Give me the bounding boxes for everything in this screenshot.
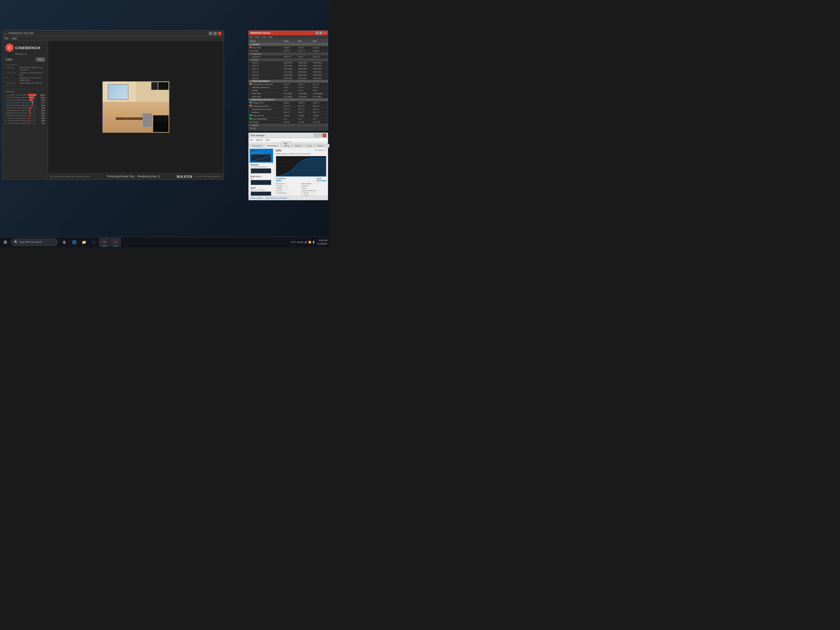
taskman-menu-file[interactable]: File xyxy=(249,139,253,141)
close-btn[interactable]: ✕ xyxy=(218,32,221,35)
taskbar-app-explorer[interactable]: 📁 xyxy=(79,238,88,247)
cinebench-menubar: File Help xyxy=(3,36,224,41)
taskbar-app-cinebench[interactable]: CB xyxy=(99,238,110,247)
tab-processes[interactable]: Processes xyxy=(249,144,264,147)
row-gpu-voltage: Voltages GPU 0.862 V 0.000 V 0.887 V xyxy=(249,101,328,104)
stat-processes: 141 xyxy=(286,183,289,185)
hwinfo-table-wrapper[interactable]: Sensor Value Min Max ▶ Sensors CPU VDD xyxy=(249,39,328,131)
rank-item-12: 12. 2C/4T @ 3.3 GHz, Intel Core i5 641 xyxy=(5,122,45,124)
tab-apphistory[interactable]: App history xyxy=(281,142,292,147)
tab-performance[interactable]: Performance xyxy=(264,144,281,147)
row-activity: Activity 0.1 % 0.0 % 8.2 % xyxy=(249,89,328,92)
minimize-btn[interactable]: ─ xyxy=(209,32,212,35)
gpu-temp-icon xyxy=(249,105,252,107)
row-utilization: Utilization Space I/O 4.5 % 4.3 % 4.5 % xyxy=(249,86,328,89)
maximize-btn[interactable]: □ xyxy=(213,32,217,35)
cinebench-statusbar: ■ Linear Score System ■ Optional System … xyxy=(48,173,224,179)
hwinfo-menu-tools[interactable]: Tools xyxy=(262,36,266,38)
sensor-cpuvdd: CPU VDD xyxy=(249,46,283,49)
row-soc-vdd: SoC VDD 20.78 A 16.71 A 23.90 A xyxy=(249,49,328,52)
rank-item-11: 11. 4C @ 3.5 GHz, Intel Core i5 1088 xyxy=(5,120,45,122)
menu-file[interactable]: File xyxy=(5,37,8,40)
perf-wifi-item[interactable]: Wi-Fi 90.6 1.4-0 0 Kbps xyxy=(249,186,273,196)
open-resource-link[interactable]: Open Resource Monitor xyxy=(265,197,287,199)
col-min: Min xyxy=(297,39,312,43)
hwinfo-close[interactable]: ✕ xyxy=(323,32,326,35)
taskbar-app-hwinfo[interactable]: HW xyxy=(110,238,121,247)
rank-item-6: 6. 12C/24T @ 2.7 GHz, Intel Xeon 3225 xyxy=(5,107,45,109)
perf-disk-item[interactable]: Disk 0 (C:) 0% xyxy=(249,174,273,186)
taskman-menu-options[interactable]: Options xyxy=(256,139,263,141)
hwinfo-menu-view[interactable]: View xyxy=(255,36,259,38)
taskman-minimize[interactable]: ─ xyxy=(314,134,317,137)
util-label: % Utilization xyxy=(276,178,286,179)
row-gpu-ambient: Ambient 31.0 °C 30.0 °C 32.0 °C xyxy=(249,111,328,114)
taskmanager-window: Task Manager ─ □ ✕ File Options View Pro… xyxy=(248,133,328,199)
taskbar-weather: Sunny xyxy=(297,241,303,243)
speed-val: 4.14 GHz xyxy=(317,179,326,182)
tab-users[interactable]: Users xyxy=(305,144,314,147)
search-box[interactable]: 🔍 Type here to search xyxy=(11,238,58,246)
score-label: ■ xyxy=(51,175,52,178)
cpu-mini-svg xyxy=(251,155,271,162)
cb-release: Release 20 xyxy=(15,53,45,55)
rank-item-3: 3. 4C #2 @ 3.6 GHz, AMD Ryzen 8270 xyxy=(5,99,45,101)
col-sensor: Sensor xyxy=(249,39,283,43)
sysinfo-cores: Core # GHz 6 Cores, 12 Threads @ 3.5 GHz xyxy=(5,71,45,76)
taskbar-app-edge[interactable]: 🌐 xyxy=(69,238,79,247)
rank-item-highlight: 4. 6C/12T @ 3.6 GHz, AMD Ryzen 5 4732 xyxy=(5,102,45,104)
perf-memory-item[interactable]: Memory 14.0/31.8 GB (93%) xyxy=(249,163,273,174)
taskbar-time: 8:06 AM xyxy=(317,239,327,242)
taskbar-network-icon[interactable]: 📶 xyxy=(308,241,311,243)
sensor-icon-red xyxy=(249,46,252,48)
maxon-logo: MAXON xyxy=(177,174,193,178)
cb-progress-text: Performing Render Test ... Rendering (Pa… xyxy=(90,175,177,178)
taskman-left-panel: CPU 100% 4.14 GHz Memory 14.0/31.8 GB (9… xyxy=(249,148,274,196)
tab-services[interactable]: Services xyxy=(326,144,329,147)
tab-details[interactable]: Details xyxy=(315,144,325,147)
search-placeholder: Type here to search xyxy=(19,241,42,243)
maxon-tagline: 3D FOR THE REAL WORLD xyxy=(195,175,221,178)
fewer-details-link[interactable]: Fewer details xyxy=(250,197,262,199)
perf-cpu-item[interactable]: CPU 100% 4.14 GHz xyxy=(249,149,273,163)
menu-help[interactable]: Help xyxy=(11,37,17,40)
section-team: ▶ TEAM TMFERB001T xyxy=(249,80,328,83)
taskman-maximize[interactable]: □ xyxy=(318,134,322,137)
taskbar-app-1[interactable]: 🗑 xyxy=(60,238,69,247)
taskman-stats: Processes: 141 Base speed: 3.50 GHz Thre… xyxy=(276,183,326,196)
hwinfo-menu-file[interactable]: File xyxy=(249,36,253,38)
hwinfo-window: HWiNFO64 Sensor ─ □ ✕ File View Tools He… xyxy=(248,30,328,131)
taskman-menu-view[interactable]: View xyxy=(265,139,270,141)
start-button[interactable]: ⊞ xyxy=(0,237,10,247)
search-icon: 🔍 xyxy=(14,240,18,244)
taskman-cpu-title: CPU xyxy=(276,149,310,152)
row-write-rate: Write Rate 0.04 MB/s 0.00 MB/s 0.07 MB/s xyxy=(249,95,328,98)
hwinfo-menu-help[interactable]: Help xyxy=(268,36,273,38)
cinebench-main: ■ Linear Score System ■ Optional System … xyxy=(48,41,224,179)
cinebench-title: CINEBENCH R20.060 xyxy=(8,32,34,35)
cb-cpu-section: CPU Run xyxy=(5,57,45,62)
cb-rankings-list: 1. 4C #1 @ 5.7 GHz, Intel Xeon 16534 2. … xyxy=(5,94,45,124)
cinebench-icon: ● xyxy=(5,32,7,35)
taskman-close[interactable]: ✕ xyxy=(323,134,326,137)
section-sensors-label: ▶ Sensors xyxy=(249,43,328,46)
taskman-util-controls: 60 seconds ▼ xyxy=(315,149,326,151)
taskbar-clock[interactable]: 8:06 AM 11/4/2021 xyxy=(317,239,329,245)
row-core2: Core #2 4174 MHz 2559 MHz 4454 MHz xyxy=(249,68,328,71)
row-temp-assembly: Temperatures Assembly 34.0 °C 33.0 °C 37… xyxy=(249,83,328,86)
tab-startup[interactable]: Startup xyxy=(293,144,304,147)
render-tile-3 xyxy=(153,122,169,132)
sysinfo-os: OS Windows 10, 64 Bit, Core Build 19041 xyxy=(5,77,45,81)
taskman-title: Task Manager xyxy=(250,134,265,137)
cb-run-button[interactable]: Run xyxy=(36,57,45,62)
cinebench-window: ● CINEBENCH R20.060 ─ □ ✕ File Help C CI… xyxy=(3,30,224,180)
col-max: Max xyxy=(312,39,328,43)
hwinfo-ready-bar: Ready xyxy=(249,126,328,131)
hwinfo-minimize[interactable]: ─ xyxy=(316,32,319,35)
taskbar-volume-icon[interactable]: 🔊 xyxy=(305,241,307,243)
rank-item-2: 2. 6C/12T @ 3.8 GHz, Intel CPU 12306 xyxy=(5,96,45,99)
stat-l2: 3.0 MB xyxy=(309,194,315,196)
hwinfo-maximize[interactable]: □ xyxy=(319,32,322,35)
taskbar-battery-icon[interactable]: 🔋 xyxy=(312,241,315,243)
taskbar-app-store[interactable]: ⬡ xyxy=(89,238,98,247)
